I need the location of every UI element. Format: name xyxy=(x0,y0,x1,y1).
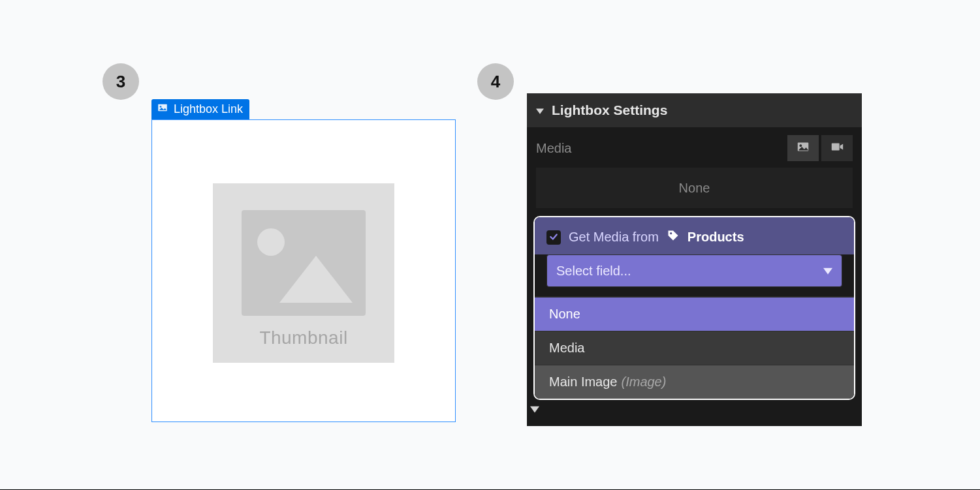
element-label: Lightbox Link xyxy=(151,99,249,119)
svg-point-5 xyxy=(670,232,672,234)
field-select[interactable]: Select field... xyxy=(546,254,842,287)
lightbox-link-element[interactable]: Lightbox Link Thumbnail xyxy=(151,119,456,422)
cms-binding-box: Get Media from Products Select field... … xyxy=(533,216,855,400)
svg-rect-4 xyxy=(832,143,840,150)
bind-label: Get Media from xyxy=(569,230,659,245)
panel-header[interactable]: Lightbox Settings xyxy=(527,93,862,127)
step-number: 3 xyxy=(116,72,125,92)
dropdown-option-media[interactable]: Media xyxy=(535,331,854,365)
media-type-video-button[interactable] xyxy=(821,135,853,161)
panel-expand-icon xyxy=(527,402,543,417)
option-type: (Image) xyxy=(622,375,667,390)
dropdown-option-none[interactable]: None xyxy=(535,297,854,331)
element-label-text: Lightbox Link xyxy=(174,102,243,116)
bind-checkbox[interactable] xyxy=(546,230,561,245)
thumbnail-placeholder: Thumbnail xyxy=(213,183,394,363)
dropdown-option-main-image[interactable]: Main Image (Image) xyxy=(535,365,854,399)
image-icon xyxy=(796,140,810,157)
thumbnail-label: Thumbnail xyxy=(259,328,347,348)
video-icon xyxy=(830,140,844,157)
lightbox-settings-panel: Lightbox Settings Media None xyxy=(527,93,862,426)
image-placeholder-icon xyxy=(242,210,366,316)
chevron-down-icon xyxy=(823,264,832,279)
panel-title: Lightbox Settings xyxy=(552,102,667,118)
step-badge-3: 3 xyxy=(103,63,139,100)
svg-point-1 xyxy=(160,106,162,108)
select-placeholder: Select field... xyxy=(556,264,631,279)
tag-icon xyxy=(667,229,680,245)
lightbox-icon xyxy=(157,102,168,117)
media-value-box[interactable]: None xyxy=(536,168,853,208)
media-row: Media xyxy=(527,127,862,161)
collection-name: Products xyxy=(688,230,744,245)
media-label: Media xyxy=(536,141,571,156)
step-badge-4: 4 xyxy=(477,63,514,100)
bind-header: Get Media from Products xyxy=(535,217,854,254)
svg-point-3 xyxy=(800,144,802,147)
collapse-icon xyxy=(536,102,544,118)
option-label: None xyxy=(549,307,580,322)
media-value: None xyxy=(679,181,710,196)
media-type-toggles xyxy=(787,135,853,161)
option-label: Media xyxy=(549,341,584,356)
step-number: 4 xyxy=(491,72,500,92)
field-dropdown: None Media Main Image (Image) xyxy=(535,296,854,399)
media-type-image-button[interactable] xyxy=(787,135,819,161)
check-icon xyxy=(549,230,558,245)
option-label: Main Image xyxy=(549,375,618,390)
